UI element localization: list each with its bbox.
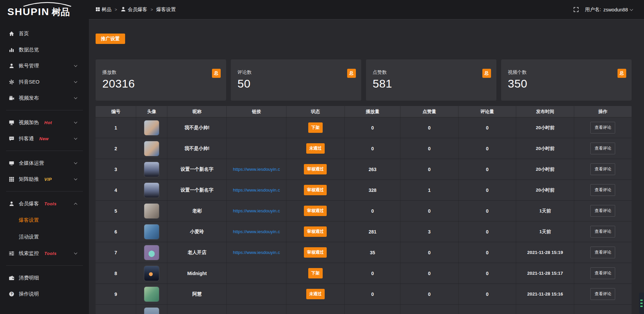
sidebar-subitem-活动设置[interactable]: 活动设置 [0, 228, 89, 245]
table-row: 2 我不是小帅! 未通过 0 0 0 20小时前 查看评论 [96, 138, 632, 159]
view-comments-button[interactable]: 查看评论 [590, 205, 615, 217]
sidebar-divider [6, 191, 83, 192]
likes-count: 0 [428, 292, 431, 297]
status-badge: 下架 [308, 268, 323, 278]
publish-time: 1天前 [539, 229, 551, 235]
nickname: 老人开店 [187, 250, 206, 256]
user-menu[interactable]: 用户名: zswodun88 [585, 6, 633, 13]
sidebar-item-抖音SEO[interactable]: 抖音SEO [0, 74, 89, 90]
comments-count: 0 [486, 292, 489, 297]
sidebar-subitem-爆客设置[interactable]: 爆客设置 [0, 212, 89, 228]
breadcrumb-item[interactable]: 爆客设置 [156, 6, 176, 13]
breadcrumb-item[interactable]: 树品 [96, 6, 111, 13]
view-comments-button[interactable]: 查看评论 [590, 122, 615, 134]
video-link[interactable]: https://www.iesdouyin.c [233, 229, 280, 234]
sidebar-subitem-label: 爆客设置 [19, 217, 39, 223]
video-link[interactable]: https://www.iesdouyin.c [233, 167, 280, 172]
comments-count: 0 [486, 271, 489, 276]
row-id: 1 [114, 125, 117, 130]
view-comments-button[interactable]: 查看评论 [590, 143, 615, 154]
view-comments-button[interactable]: 查看评论 [590, 226, 615, 238]
sidebar-item-会员爆客[interactable]: 会员爆客 Tools [0, 196, 89, 212]
logo-arc-icon [22, 2, 72, 7]
table-row [96, 304, 632, 314]
plays-count: 0 [371, 271, 374, 276]
sidebar-item-矩阵助推[interactable]: 矩阵助推 VIP [0, 171, 89, 187]
comments-count: 0 [486, 229, 489, 234]
sidebar-item-label: 首页 [19, 31, 29, 37]
topbar-right: 用户名: zswodun88 [573, 6, 633, 13]
view-comments-button[interactable]: 查看评论 [590, 267, 615, 279]
breadcrumb-separator: > [151, 7, 153, 12]
stat-card: 视频个数 350 总 [501, 59, 632, 101]
sidebar-item-抖客通[interactable]: 抖客通 New [0, 130, 89, 147]
sidebar-item-全媒体运营[interactable]: 全媒体运营 [0, 155, 89, 171]
nickname: 设置一个新名字 [180, 166, 213, 172]
avatar [144, 120, 159, 135]
user-icon [8, 63, 14, 69]
sidebar-item-label: 全媒体运营 [19, 160, 44, 166]
table-body: 1 我不是小帅! 下架 0 0 0 20小时前 查看评论 2 我不是小帅! 未通… [96, 117, 632, 314]
sidebar-item-视频发布[interactable]: 视频发布 [0, 90, 89, 106]
video-icon [8, 95, 14, 101]
brand-name-cn: 树品 [52, 6, 70, 18]
nickname: 我不是小帅! [184, 146, 210, 152]
row-id: 7 [114, 250, 117, 255]
sidebar-item-label: 抖音SEO [19, 79, 40, 85]
nickname: Midnight [187, 271, 207, 276]
publish-time: 20小时前 [536, 187, 554, 193]
sidebar-item-数据总览[interactable]: 数据总览 [0, 42, 89, 58]
sidebar-item-label: 数据总览 [19, 47, 39, 53]
sidebar-item-label: 线索监控 [19, 250, 39, 257]
sidebar-item-tag: New [39, 136, 49, 141]
view-comments-button[interactable]: 查看评论 [590, 247, 615, 258]
table-header-row: 编号头像昵称链接状态播放量点赞量评论量发布时间操作 [96, 106, 632, 117]
video-link[interactable]: https://www.iesdouyin.c [233, 208, 280, 213]
view-comments-button[interactable]: 查看评论 [590, 288, 615, 300]
sidebar-item-线索监控[interactable]: 线索监控 Tools [0, 245, 89, 261]
app-window: SHUPIN 树品 首页 数据总览 账号管理 抖音SEO 视频发布 视频加热 [0, 0, 644, 314]
comments-count: 0 [486, 208, 489, 214]
video-link[interactable]: https://www.iesdouyin.c [233, 250, 280, 255]
view-comments-button[interactable]: 查看评论 [590, 184, 615, 196]
sidebar-item-首页[interactable]: 首页 [0, 25, 89, 42]
brand-name: SHUPIN [7, 6, 49, 17]
comments-count: 0 [486, 125, 489, 130]
sidebar: SHUPIN 树品 首页 数据总览 账号管理 抖音SEO 视频发布 视频加热 [0, 0, 89, 314]
status-badge: 未通过 [306, 289, 325, 299]
publish-time: 2021-11-28 15:16 [527, 292, 563, 297]
sidebar-item-操作说明[interactable]: ? 操作说明 [0, 286, 89, 302]
sidebar-item-账号管理[interactable]: 账号管理 [0, 58, 89, 74]
stat-card: 播放数 20316 总 [96, 59, 226, 101]
video-link[interactable]: https://www.iesdouyin.c [233, 188, 280, 193]
sidebar-item-label: 消费明细 [19, 275, 39, 281]
row-id: 4 [114, 188, 117, 193]
row-id: 8 [114, 271, 117, 276]
status-badge: 未通过 [306, 143, 325, 154]
status-badge: 审核通过 [304, 185, 327, 195]
floating-widget[interactable] [639, 293, 644, 314]
sidebar-item-tag: Hot [44, 120, 52, 125]
breadcrumb-item[interactable]: 会员爆客 [120, 6, 147, 13]
sidebar-item-视频加热[interactable]: 视频加热 Hot [0, 114, 89, 130]
chevron-down-icon [74, 137, 77, 140]
likes-count: 0 [428, 208, 431, 214]
comments-count: 0 [486, 146, 489, 151]
fullscreen-icon[interactable] [573, 7, 579, 12]
status-badge: 审核通过 [304, 247, 327, 258]
promo-settings-button[interactable]: 推广设置 [96, 34, 125, 44]
sidebar-item-label: 会员爆客 [19, 201, 39, 207]
sidebar-divider [6, 151, 83, 151]
sidebar-item-消费明细[interactable]: 消费明细 [0, 270, 89, 286]
table-row: 6 小爱玲 https://www.iesdouyin.c 审核通过 281 3… [96, 221, 632, 242]
plays-count: 0 [371, 292, 374, 297]
stat-value: 581 [373, 77, 491, 90]
apps-icon [96, 7, 100, 12]
table-row: 1 我不是小帅! 下架 0 0 0 20小时前 查看评论 [96, 117, 632, 138]
plays-count: 35 [370, 250, 375, 255]
breadcrumb-label: 会员爆客 [128, 6, 147, 13]
publish-time: 20小时前 [536, 166, 554, 172]
stat-label: 评论数 [237, 69, 356, 75]
nickname: 老彬 [192, 208, 202, 214]
view-comments-button[interactable]: 查看评论 [590, 163, 615, 175]
